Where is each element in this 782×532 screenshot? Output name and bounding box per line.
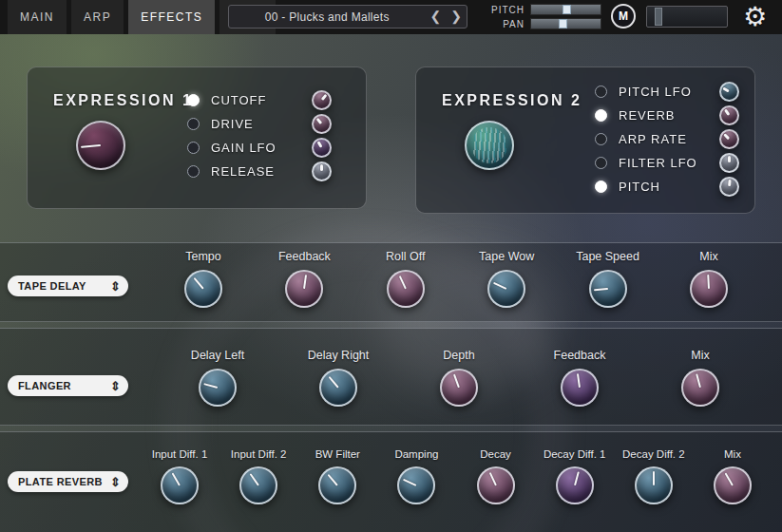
knob-pointer: [311, 137, 333, 159]
preset-prev-icon[interactable]: ❮: [426, 6, 447, 28]
pitch-slider-handle[interactable]: [563, 5, 571, 14]
pan-label: PAN: [483, 17, 525, 31]
volume-slider-handle[interactable]: [655, 8, 662, 26]
effect-knob-group: Delay Left: [181, 349, 255, 407]
expression2-macro-knob[interactable]: [465, 121, 514, 170]
effect-knob-group: Tape Speed: [571, 250, 645, 308]
tab-effects[interactable]: EFFECTS: [128, 0, 215, 34]
knob-label: Damping: [394, 448, 438, 460]
effect-knob[interactable]: [199, 369, 237, 407]
knob-pointer: [718, 81, 740, 103]
expression2-target-list: PITCH LFOREVERBARP RATEFILTER LFOPITCH: [595, 80, 739, 199]
target-amount-knob[interactable]: [719, 105, 739, 125]
effect-knob[interactable]: [556, 466, 594, 504]
effect-knob-group: Input Diff. 2: [221, 448, 296, 504]
effect-type-select-1[interactable]: TAPE DELAY ⇕: [8, 276, 128, 296]
effect-knob-group: Decay Diff. 1: [538, 448, 612, 504]
target-radio[interactable]: [187, 165, 200, 178]
knob-pointer: [315, 364, 363, 412]
preset-selector[interactable]: 00 - Plucks and Mallets ❮ ❯: [228, 5, 467, 28]
expression2-knob-slot: [465, 121, 518, 174]
effect-knob[interactable]: [184, 270, 222, 308]
target-amount-knob[interactable]: [719, 82, 739, 102]
mute-button[interactable]: M: [611, 4, 636, 28]
knob-label: Input Diff. 1: [152, 448, 208, 460]
effect-type-select-3[interactable]: PLATE REVERB ⇕: [8, 471, 128, 492]
target-amount-knob[interactable]: [312, 90, 332, 110]
effect-knob[interactable]: [239, 466, 277, 504]
effect-knob-group: Feedback: [267, 250, 341, 308]
effect-knob[interactable]: [387, 270, 425, 308]
pan-slider[interactable]: [530, 18, 601, 29]
tab-main[interactable]: MAIN: [8, 0, 67, 34]
target-amount-knob[interactable]: [312, 114, 332, 134]
tab-arp[interactable]: ARP: [71, 0, 124, 34]
target-radio[interactable]: [595, 157, 607, 169]
effect-knob[interactable]: [319, 369, 357, 407]
effect-knob[interactable]: [635, 466, 673, 504]
target-label: PITCH: [619, 180, 719, 194]
pitch-pan-labels: PITCH PAN: [483, 3, 525, 31]
target-radio[interactable]: [595, 109, 607, 122]
knob-label: Mix: [691, 349, 709, 362]
effect-knob[interactable]: [477, 466, 515, 504]
knob-label: Depth: [443, 349, 474, 362]
effect-knob[interactable]: [681, 369, 719, 407]
target-amount-knob[interactable]: [312, 138, 332, 158]
target-radio[interactable]: [187, 94, 200, 106]
effect-type-select-2[interactable]: FLANGER ⇕: [8, 375, 128, 396]
effect-knob[interactable]: [285, 270, 323, 308]
preset-next-icon[interactable]: ❯: [446, 6, 467, 28]
knob-pointer: [679, 367, 721, 408]
target-amount-knob[interactable]: [719, 129, 739, 149]
effect-knob[interactable]: [397, 466, 435, 504]
settings-gear-icon[interactable]: ⚙: [743, 1, 767, 32]
expression-target-row: CUTOFF: [187, 88, 332, 112]
target-radio[interactable]: [187, 142, 200, 154]
pitch-slider[interactable]: [530, 4, 601, 15]
target-radio[interactable]: [595, 180, 607, 193]
knob-label: Decay: [480, 448, 511, 460]
knob-pointer: [709, 462, 755, 508]
target-label: PITCH LFO: [619, 85, 719, 99]
effect-knob[interactable]: [487, 270, 525, 308]
effect-knob-group: Delay Right: [301, 349, 375, 407]
target-amount-knob[interactable]: [719, 177, 739, 197]
target-radio[interactable]: [595, 133, 607, 145]
expression1-macro-knob[interactable]: [76, 121, 125, 170]
target-label: RELEASE: [211, 164, 312, 179]
expression-target-row: ARP RATE: [595, 127, 739, 151]
effect-knob[interactable]: [589, 270, 627, 308]
expression1-target-list: CUTOFFDRIVEGAIN LFORELEASE: [187, 88, 332, 183]
effect-knob-group: Mix: [672, 250, 746, 308]
effect-knob[interactable]: [318, 466, 356, 504]
expression-target-row: GAIN LFO: [187, 136, 332, 160]
expression-target-row: PITCH LFO: [595, 80, 739, 104]
effect-knob[interactable]: [561, 369, 599, 407]
target-label: CUTOFF: [211, 93, 312, 107]
knob-label: Delay Left: [191, 349, 244, 362]
effect-knob[interactable]: [161, 466, 199, 504]
knob-pointer: [589, 270, 626, 307]
knob-pointer: [484, 266, 529, 312]
expression-target-row: REVERB: [595, 104, 739, 127]
volume-slider[interactable]: [646, 6, 728, 28]
expression-target-row: RELEASE: [187, 160, 332, 183]
knob-label: Feedback: [554, 349, 606, 362]
expression-target-row: PITCH: [595, 175, 739, 199]
effect-knob[interactable]: [690, 270, 728, 308]
effect-knob-group: Mix: [663, 349, 737, 407]
target-amount-knob[interactable]: [312, 162, 332, 181]
target-amount-knob[interactable]: [719, 153, 739, 173]
pan-slider-handle[interactable]: [559, 19, 567, 28]
effect-knob[interactable]: [440, 369, 478, 407]
knob-pointer: [473, 463, 519, 508]
knob-pointer: [720, 178, 737, 195]
knob-pointer: [235, 462, 282, 509]
expression2-panel: EXPRESSION 2 PITCH LFOREVERBARP RATEFILT…: [415, 66, 755, 214]
target-radio[interactable]: [595, 86, 607, 98]
effect-knob[interactable]: [714, 466, 752, 504]
knob-label: BW Filter: [315, 448, 360, 460]
effect-row-tape-delay: TAPE DELAY ⇕ TempoFeedbackRoll OffTape W…: [0, 242, 782, 322]
target-radio[interactable]: [187, 118, 200, 130]
